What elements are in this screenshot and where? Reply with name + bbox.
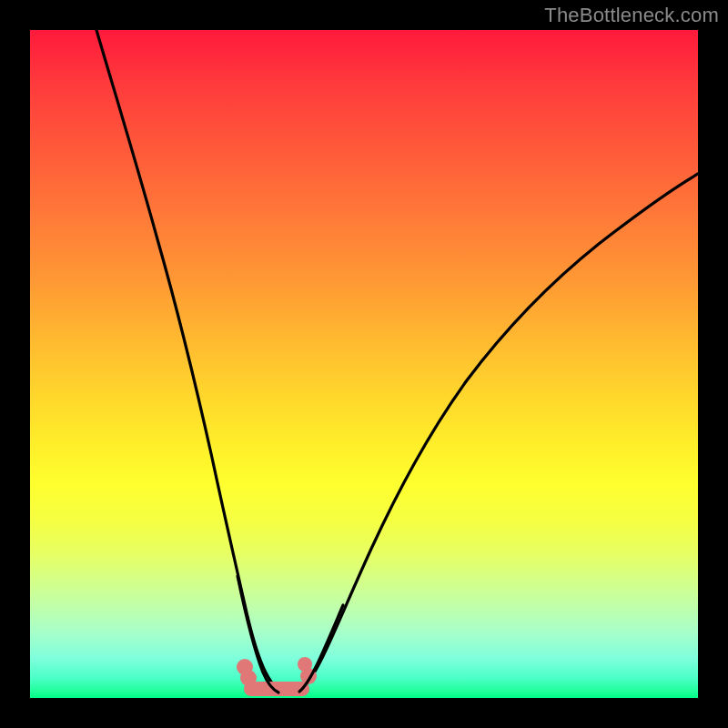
plot-area — [30, 30, 698, 698]
watermark-text: TheBottleneck.com — [544, 4, 719, 27]
valley-bump-left-lower — [240, 670, 257, 686]
outer-frame: TheBottleneck.com — [0, 0, 728, 728]
right-curve — [292, 174, 698, 693]
left-curve — [96, 30, 288, 693]
chart-svg — [30, 30, 698, 698]
